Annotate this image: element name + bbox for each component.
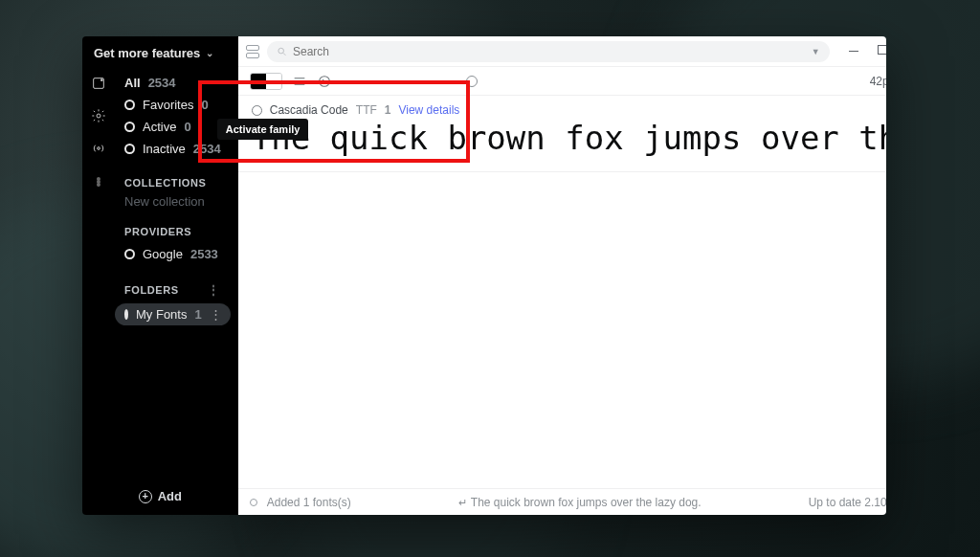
status-ring-icon bbox=[124, 122, 135, 132]
svg-point-3 bbox=[98, 147, 100, 150]
status-ring-icon bbox=[124, 249, 135, 259]
search-icon bbox=[277, 46, 287, 57]
sidebar-filter-count: 2534 bbox=[193, 142, 221, 156]
sidebar-filter-active[interactable]: Active 0 bbox=[115, 116, 231, 138]
search-dropdown-icon[interactable]: ▼ bbox=[812, 47, 820, 56]
sidebar-filter-count: 0 bbox=[184, 120, 190, 134]
providers-heading: PROVIDERS bbox=[124, 226, 231, 237]
get-more-features-label: Get more features bbox=[94, 46, 200, 60]
search-field[interactable]: ▼ bbox=[267, 41, 830, 62]
sidebar-filter-all[interactable]: All 2534 bbox=[115, 72, 231, 94]
svg-point-1 bbox=[100, 78, 103, 81]
font-preview-text[interactable]: The quick brown fox jumps over the bbox=[238, 119, 886, 171]
activate-family-tooltip: Activate family bbox=[217, 119, 309, 140]
provider-google[interactable]: Google 2533 bbox=[115, 243, 231, 265]
window-controls bbox=[837, 45, 886, 58]
status-center: ↵The quick brown fox jumps over the lazy… bbox=[361, 496, 799, 509]
folder-my-fonts[interactable]: My Fonts 1 ⋮ bbox=[115, 303, 231, 325]
more-rail-icon[interactable]: ••• bbox=[97, 177, 101, 186]
status-right: Up to date 2.10.2 bbox=[809, 496, 886, 509]
app-window: Get more features ⌄ ••• All 2534 bbox=[82, 36, 886, 515]
plus-icon: + bbox=[139, 490, 152, 503]
sidebar-filter-inactive[interactable]: Inactive 2534 bbox=[115, 138, 231, 160]
window-maximize-button[interactable] bbox=[878, 45, 886, 55]
view-details-link[interactable]: View details bbox=[398, 103, 459, 117]
size-readout: 42px bbox=[870, 75, 886, 88]
provider-label: Google bbox=[143, 247, 183, 261]
sidebar-filter-count: 2534 bbox=[148, 76, 176, 90]
sidebar-filter-label: Favorites bbox=[143, 98, 193, 112]
sidebar-filter-favorites[interactable]: Favorites 0 bbox=[115, 94, 231, 116]
gear-icon[interactable] bbox=[91, 108, 106, 123]
folder-count: 1 bbox=[194, 307, 201, 322]
add-button[interactable]: + Add bbox=[82, 479, 238, 515]
sidebar-rail: ••• bbox=[82, 68, 115, 479]
size-slider[interactable] bbox=[347, 80, 472, 82]
status-dot-icon bbox=[250, 499, 257, 506]
font-row-cascadia[interactable]: Cascadia Code TTF 1 View details The qui… bbox=[238, 96, 886, 172]
font-format: TTF bbox=[356, 103, 377, 117]
sidebar-filter-label: Active bbox=[143, 120, 176, 134]
window-minimize-button[interactable] bbox=[847, 45, 860, 58]
provider-count: 2533 bbox=[190, 247, 218, 261]
status-bar: Added 1 fonts(s) ↵The quick brown fox ju… bbox=[238, 488, 886, 515]
search-input[interactable] bbox=[293, 45, 802, 58]
slider-thumb[interactable] bbox=[466, 76, 478, 87]
return-icon: ↵ bbox=[458, 497, 467, 508]
status-ring-icon bbox=[124, 144, 135, 154]
shuffle-icon[interactable] bbox=[317, 74, 332, 89]
font-style-count: 1 bbox=[385, 103, 391, 117]
activate-ring-icon[interactable] bbox=[252, 105, 262, 116]
pin-icon[interactable] bbox=[883, 103, 886, 117]
main-pane: ▼ 42px Cascadia Code bbox=[238, 36, 886, 515]
get-more-features[interactable]: Get more features ⌄ bbox=[82, 36, 238, 68]
collections-heading: COLLECTIONS bbox=[124, 177, 231, 189]
svg-point-2 bbox=[97, 114, 100, 118]
font-name: Cascadia Code bbox=[270, 103, 348, 117]
status-left: Added 1 fonts(s) bbox=[267, 496, 351, 509]
theme-toggle[interactable] bbox=[250, 73, 282, 90]
font-list: Cascadia Code TTF 1 View details The qui… bbox=[238, 96, 886, 488]
sidebar-filter-count: 0 bbox=[201, 98, 208, 112]
add-label: Add bbox=[158, 489, 182, 503]
folders-menu-icon[interactable]: ⋮ bbox=[207, 282, 221, 298]
toolbar: 42px bbox=[238, 67, 886, 96]
fonts-icon[interactable] bbox=[91, 76, 106, 91]
sidebar-filter-label: All bbox=[124, 76, 141, 90]
status-ring-icon bbox=[124, 309, 128, 320]
align-icon[interactable] bbox=[292, 74, 307, 89]
sidebar-filter-label: Inactive bbox=[143, 142, 186, 156]
broadcast-icon[interactable] bbox=[91, 141, 106, 156]
svg-point-4 bbox=[278, 48, 284, 54]
layout-toggle[interactable] bbox=[246, 45, 259, 58]
new-collection-button[interactable]: New collection bbox=[124, 194, 231, 209]
folder-label: My Fonts bbox=[136, 307, 187, 322]
svg-line-5 bbox=[283, 53, 285, 55]
topbar: ▼ bbox=[238, 36, 886, 67]
status-ring-icon bbox=[124, 100, 135, 110]
chevron-down-icon: ⌄ bbox=[206, 48, 213, 58]
folder-item-menu-icon[interactable]: ⋮ bbox=[210, 307, 222, 322]
folders-heading: FOLDERS ⋮ bbox=[124, 282, 231, 298]
sidebar: Get more features ⌄ ••• All 2534 bbox=[82, 36, 238, 515]
